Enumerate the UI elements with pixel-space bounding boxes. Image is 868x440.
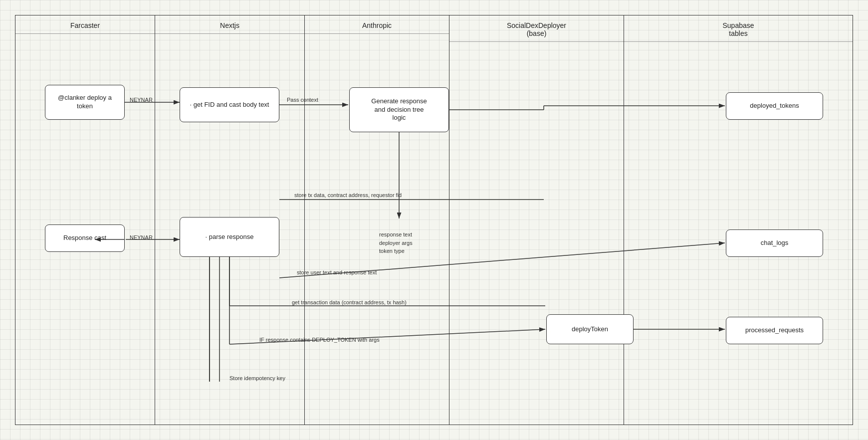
- anthropic-title: Anthropic: [305, 15, 449, 34]
- swimlane-farcaster: Farcaster: [15, 15, 155, 425]
- label-response-text: response textdeployer argstoken type: [379, 230, 413, 255]
- swimlane-supabase: Supabase tables: [624, 15, 853, 425]
- box-deploy-token-fn: deployToken: [546, 314, 634, 344]
- farcaster-title: Farcaster: [15, 15, 155, 34]
- box-deploy-token: @clanker deploy a token: [45, 85, 125, 120]
- label-deploy-token-if: IF response contains DEPLOY_TOKEN with a…: [259, 337, 380, 343]
- swimlane-anthropic: Anthropic: [304, 15, 449, 425]
- box-parse-response: · parse response: [180, 217, 279, 257]
- box-processed-requests: processed_requests: [726, 317, 823, 344]
- label-pass-context: Pass context: [287, 97, 318, 103]
- box-chat-logs: chat_logs: [726, 229, 823, 257]
- socialdex-title: SocialDexDeployer (base): [449, 15, 624, 42]
- label-get-tx: get transaction data (contract address, …: [292, 299, 407, 305]
- diagram-container: Farcaster Nextjs Anthropic SocialDexDepl…: [15, 15, 853, 425]
- supabase-title: Supabase tables: [624, 15, 853, 42]
- box-deployed-tokens: deployed_tokens: [726, 92, 823, 120]
- nextjs-title: Nextjs: [155, 15, 304, 34]
- box-get-fid: · get FID and cast body text: [180, 87, 279, 122]
- swimlane-socialdex: SocialDexDeployer (base): [449, 15, 624, 425]
- box-response-cast: Response cast: [45, 224, 125, 252]
- label-store-user: store user text and response text: [297, 269, 377, 275]
- label-store-tx: store tx data, contract address, request…: [294, 192, 402, 198]
- label-neynar1: NEYNAR: [130, 97, 153, 103]
- swimlanes: Farcaster Nextjs Anthropic SocialDexDepl…: [15, 15, 853, 425]
- box-generate-response: Generate response and decision tree logi…: [349, 87, 449, 132]
- label-neynar2: NEYNAR: [130, 234, 153, 240]
- label-idempotency: Store idempotency key: [229, 375, 285, 381]
